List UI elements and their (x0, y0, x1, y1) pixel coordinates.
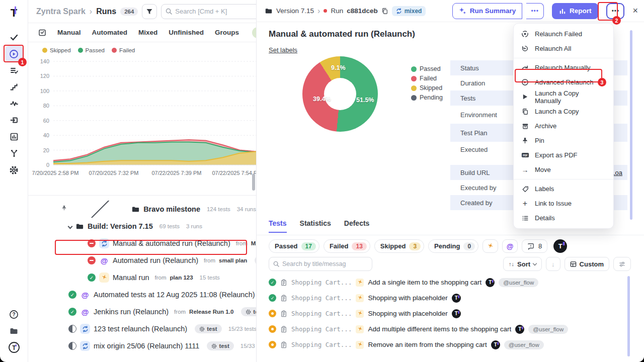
checklist-icon[interactable] (5, 62, 23, 78)
milestone-title[interactable]: Bravo milestone (143, 205, 200, 213)
board-icon[interactable] (38, 29, 46, 37)
tasks-icon[interactable] (5, 29, 23, 45)
test-title[interactable]: Remove an item from the shopping cart (368, 341, 487, 348)
import-icon[interactable] (5, 112, 23, 128)
tree-run-automated-aug[interactable]: ✓ @ Automated tests at 12 Aug 2025 11:08… (28, 286, 256, 303)
filter-automated-chip[interactable]: @ (502, 239, 518, 253)
tree-run-manual-automated[interactable]: Manual & automated run (Relaunch) from M… (28, 235, 256, 252)
menu-archive[interactable]: Archive (514, 119, 613, 133)
steps-icon[interactable] (5, 79, 23, 95)
plan-name[interactable]: plan 123 (170, 275, 193, 281)
milestone-title[interactable]: Build: Version 7.15 (88, 222, 153, 230)
test-title[interactable]: Shopping with placeholder (368, 294, 447, 302)
vertical-scrollbar[interactable] (627, 276, 630, 356)
breadcrumb-version[interactable]: Version 7.15 (276, 7, 314, 15)
suite-name[interactable]: Shopping Cart... (291, 294, 352, 302)
plan-name[interactable]: Mixed plan (251, 240, 256, 246)
suite-name[interactable]: Shopping Cart... (291, 341, 352, 348)
workspace-badge[interactable]: test work (252, 27, 257, 38)
columns-settings-button[interactable] (613, 257, 631, 271)
filter-failed-chip[interactable]: Failed13 (324, 239, 370, 253)
menu-advanced-relaunch[interactable]: Advanced Relaunch (514, 75, 613, 89)
suite-name[interactable]: Shopping Cart... (291, 310, 352, 317)
run-title[interactable]: 123 test relaunch (Relaunch) (94, 325, 187, 333)
menu-launch-copy[interactable]: Launch a Copy (514, 104, 613, 119)
suite-name[interactable]: Shopping Cart... (291, 279, 352, 286)
run-title[interactable]: mix origin 25/06 (Relaunch) 1111 (94, 342, 199, 350)
test-tag-chip[interactable]: test (241, 307, 256, 316)
run-title[interactable]: Manual run (113, 274, 149, 282)
tab-groups[interactable]: Groups (215, 29, 239, 36)
filter-passed-chip[interactable]: Passed17 (269, 239, 319, 253)
docs-folder-icon[interactable] (5, 323, 23, 339)
user-avatar[interactable]: T▮ (553, 239, 567, 253)
tab-mixed[interactable]: Mixed (138, 29, 157, 36)
suite-name[interactable]: Shopping Cart... (291, 325, 352, 333)
pulse-icon[interactable] (5, 96, 23, 112)
chevron-down-icon[interactable] (68, 224, 73, 229)
settings-gear-icon[interactable] (5, 162, 23, 178)
test-tag[interactable]: @user_flow (504, 340, 544, 349)
filter-manual-chip[interactable] (482, 239, 498, 253)
tab-statistics[interactable]: Statistics (300, 219, 331, 232)
run-title[interactable]: Automated tests at 12 Aug 2025 11:08 (Re… (94, 291, 255, 299)
custom-view-button[interactable]: Custom (565, 257, 609, 271)
menu-export-pdf[interactable]: PDFExport as PDF (514, 148, 613, 162)
profile-logo-icon[interactable]: T (5, 339, 23, 355)
tab-defects[interactable]: Defects (344, 219, 370, 232)
run-title[interactable]: Automated run (Relaunch) (113, 256, 198, 264)
test-title[interactable]: Shopping with placeholder (368, 310, 447, 317)
filter-skipped-chip[interactable]: Skipped3 (374, 239, 424, 253)
test-row[interactable]: ✓ Shopping Cart... Add a single item to … (257, 275, 637, 290)
filter-button[interactable] (142, 4, 157, 19)
vertical-scrollbar[interactable] (252, 173, 255, 191)
run-summary-more-button[interactable]: ••• (526, 3, 544, 19)
sidebar-item-runs[interactable] (5, 46, 23, 62)
test-row[interactable]: ✓ Shopping Cart... Shopping with placeho… (257, 290, 637, 306)
menu-relaunch-manually[interactable]: Relaunch Manually (514, 60, 613, 75)
menu-launch-copy-manually[interactable]: Launch a Copy Manually (514, 89, 613, 104)
test-row[interactable]: Shopping Cart... Remove an item from the… (257, 337, 637, 352)
chevron-right-icon[interactable] (76, 201, 120, 218)
filter-pending-chip[interactable]: Pending0 (428, 239, 478, 253)
test-tag-chip[interactable]: test (255, 256, 256, 265)
more-actions-button[interactable]: ••• (606, 3, 624, 19)
tree-run-mix-origin[interactable]: mix origin 25/06 (Relaunch) 1111 test 15… (28, 337, 256, 354)
run-id[interactable]: c881dceb (347, 7, 378, 15)
project-name[interactable]: Zyntra Spark (36, 7, 86, 16)
menu-pin[interactable]: Pin (514, 133, 613, 148)
menu-relaunch-all[interactable]: Relaunch All (514, 41, 613, 56)
plan-name[interactable]: Release Run 1.0 (189, 309, 233, 315)
tree-run-123-relaunch[interactable]: 123 test relaunch (Relaunch) test 15/23 … (28, 320, 256, 337)
menu-link-to-issue[interactable]: +Link to Issue (514, 196, 613, 211)
test-tag[interactable]: @user_flow (528, 325, 568, 334)
test-row[interactable]: Shopping Cart... Add multiple different … (257, 321, 637, 337)
set-labels-link[interactable]: Set labels (269, 46, 297, 54)
tests-search[interactable] (269, 257, 372, 271)
help-icon[interactable]: ? (5, 306, 23, 322)
tree-run-jenkins[interactable]: ✓ @ Jenkins run (Relaunch) from Release … (28, 303, 256, 320)
test-title[interactable]: Add a single item to the shopping cart (368, 279, 481, 286)
menu-move[interactable]: →Move (514, 162, 613, 177)
close-detail-button[interactable]: × (632, 6, 638, 16)
vertical-scrollbar[interactable] (630, 30, 632, 220)
test-tag-chip[interactable]: test (195, 324, 221, 333)
sort-button[interactable]: ↑↓Sort (503, 257, 542, 271)
tab-tests[interactable]: Tests (269, 219, 287, 233)
tab-automated[interactable]: Automated (92, 29, 128, 36)
runs-search[interactable] (161, 4, 257, 19)
menu-details[interactable]: Details (514, 211, 613, 225)
tree-run-manual[interactable]: ✓ Manual run from plan 123 15 tests (28, 269, 256, 286)
sort-direction-button[interactable]: ↓ (546, 257, 560, 271)
analytics-icon[interactable] (5, 129, 23, 145)
copy-icon[interactable] (381, 8, 388, 15)
branch-icon[interactable] (5, 145, 23, 161)
tree-run-automated[interactable]: @ Automated run (Relaunch) from small pl… (28, 252, 256, 269)
plan-name[interactable]: small plan (219, 257, 247, 263)
test-title[interactable]: Add multiple different items to the shop… (368, 325, 511, 333)
run-title[interactable]: Jenkins run (Relaunch) (94, 308, 169, 316)
test-tag[interactable]: @user_flow (499, 278, 538, 287)
tree-build-version[interactable]: Build: Version 7.15 69 tests 3 runs (28, 218, 256, 235)
run-summary-button[interactable]: Run Summary (452, 3, 523, 19)
runs-search-input[interactable] (175, 8, 257, 15)
